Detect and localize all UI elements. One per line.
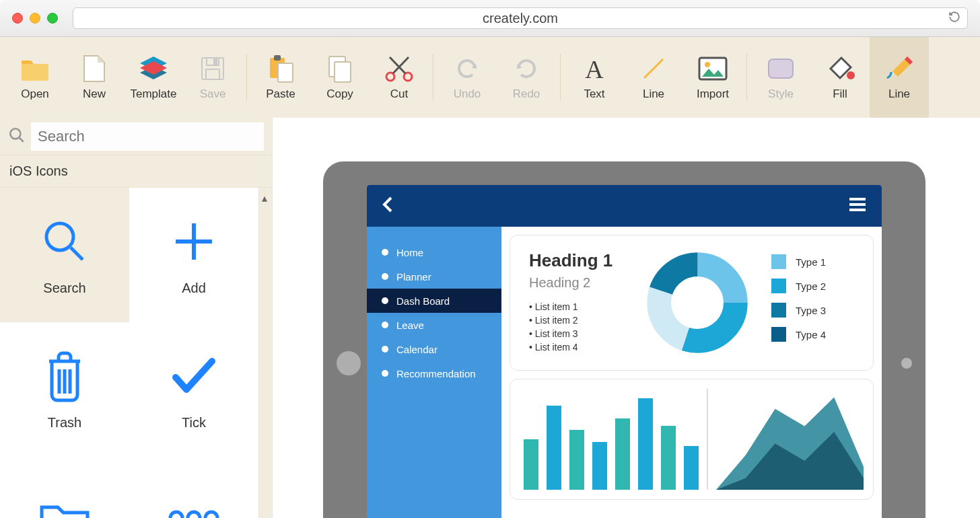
file-icon xyxy=(79,54,109,83)
svg-point-18 xyxy=(46,223,73,250)
canvas-area[interactable]: HomePlannerDash BoardLeaveCalendarRecomm… xyxy=(273,118,980,518)
clipboard-icon xyxy=(266,54,295,83)
text-button[interactable]: A Text xyxy=(565,37,624,118)
list-item: List item 2 xyxy=(529,315,623,326)
dots-shape-icon xyxy=(167,491,221,518)
legend-row: Type 4 xyxy=(771,327,826,342)
svg-rect-8 xyxy=(335,62,351,82)
svg-point-16 xyxy=(847,71,855,79)
list-item: List item 3 xyxy=(529,328,623,339)
new-label: New xyxy=(83,87,106,101)
save-button[interactable]: Save xyxy=(183,37,242,118)
search-input[interactable] xyxy=(31,122,264,151)
line-tool-button[interactable]: Line xyxy=(870,37,929,118)
shape-trash[interactable]: Trash xyxy=(0,322,129,457)
bullet-icon xyxy=(382,322,388,328)
nav-label: Recommendation xyxy=(396,368,476,379)
item-list: List item 1List item 2List item 3List it… xyxy=(529,301,623,353)
area-chart xyxy=(716,389,864,490)
copy-icon xyxy=(325,54,355,83)
redo-label: Redo xyxy=(513,87,540,101)
folder-icon xyxy=(20,54,50,83)
scrollbar[interactable]: ▴ xyxy=(258,188,272,518)
nav-item-recommendation[interactable]: Recommendation xyxy=(367,361,501,385)
bullet-icon xyxy=(382,346,388,353)
bar xyxy=(524,439,538,490)
url-bar[interactable]: creately.com xyxy=(73,7,968,29)
shape-search[interactable]: Search xyxy=(0,188,129,322)
content-area: Heading 1 Heading 2 List item 1List item… xyxy=(501,227,882,518)
paste-button[interactable]: Paste xyxy=(251,37,310,118)
svg-point-26 xyxy=(676,281,719,324)
nav-item-leave[interactable]: Leave xyxy=(367,313,501,337)
shape-folder[interactable] xyxy=(0,457,129,518)
import-button[interactable]: Import xyxy=(683,37,742,118)
nav-item-dash-board[interactable]: Dash Board xyxy=(367,289,501,313)
shape-tick[interactable]: Tick xyxy=(129,322,258,457)
trash-shape-icon xyxy=(38,349,92,403)
reload-icon[interactable] xyxy=(948,11,960,26)
zoom-window-button[interactable] xyxy=(47,13,58,24)
undo-button[interactable]: Undo xyxy=(438,37,497,118)
line-tool-label: Line xyxy=(888,87,910,101)
donut-chart xyxy=(643,252,751,353)
style-button[interactable]: Style xyxy=(751,37,810,118)
fill-button[interactable]: Fill xyxy=(810,37,870,118)
bullet-icon xyxy=(382,273,388,280)
copy-button[interactable]: Copy xyxy=(310,37,370,118)
cut-button[interactable]: Cut xyxy=(370,37,429,118)
svg-point-20 xyxy=(188,512,200,518)
open-button[interactable]: Open xyxy=(5,37,65,118)
legend-row: Type 1 xyxy=(771,254,826,269)
app-nav: HomePlannerDash BoardLeaveCalendarRecomm… xyxy=(367,227,501,518)
tablet-home-button xyxy=(337,351,361,375)
bar xyxy=(615,418,630,490)
line-button[interactable]: Line xyxy=(624,37,683,118)
bar xyxy=(638,398,653,490)
bar xyxy=(547,406,561,490)
shape-label: Add xyxy=(182,281,206,296)
summary-card: Heading 1 Heading 2 List item 1List item… xyxy=(510,235,874,371)
nav-item-planner[interactable]: Planner xyxy=(367,264,501,289)
undo-icon xyxy=(452,54,482,83)
legend-label: Type 3 xyxy=(796,305,826,316)
panel-header[interactable]: iOS Icons xyxy=(0,155,272,188)
bucket-icon xyxy=(825,54,855,83)
save-label: Save xyxy=(200,87,226,101)
toolbar-separator xyxy=(433,54,433,101)
redo-button[interactable]: Redo xyxy=(497,37,556,118)
menu-icon[interactable] xyxy=(848,197,867,215)
minimize-window-button[interactable] xyxy=(30,13,40,24)
app-header xyxy=(367,185,882,227)
back-icon[interactable] xyxy=(382,195,395,217)
legend-swatch xyxy=(771,303,786,318)
import-label: Import xyxy=(697,87,729,101)
save-icon xyxy=(198,54,228,83)
line-label: Line xyxy=(643,87,664,101)
nav-label: Calendar xyxy=(396,344,438,355)
bullet-icon xyxy=(382,249,388,256)
bullet-icon xyxy=(382,297,388,304)
close-window-button[interactable] xyxy=(12,13,23,24)
shapes-sidebar: iOS Icons Search Add Trash xyxy=(0,118,273,518)
card-heading-2: Heading 2 xyxy=(529,275,623,291)
nav-item-calendar[interactable]: Calendar xyxy=(367,337,501,361)
scroll-up-icon[interactable]: ▴ xyxy=(262,192,267,205)
shape-add[interactable]: Add xyxy=(129,188,258,322)
legend-label: Type 2 xyxy=(796,281,826,292)
svg-text:A: A xyxy=(585,55,604,82)
nav-label: Planner xyxy=(396,271,431,283)
card-heading-1: Heading 1 xyxy=(529,250,623,271)
scissors-icon xyxy=(384,54,414,83)
legend-swatch xyxy=(771,327,786,342)
shape-more[interactable] xyxy=(129,457,258,518)
line-icon xyxy=(639,54,668,83)
nav-item-home[interactable]: Home xyxy=(367,240,501,264)
tablet-frame[interactable]: HomePlannerDash BoardLeaveCalendarRecomm… xyxy=(323,161,925,518)
new-button[interactable]: New xyxy=(65,37,124,118)
redo-icon xyxy=(512,54,541,83)
search-shape-icon xyxy=(38,215,92,268)
style-icon xyxy=(766,54,796,83)
search-icon xyxy=(8,126,26,147)
template-button[interactable]: Template xyxy=(124,37,183,118)
